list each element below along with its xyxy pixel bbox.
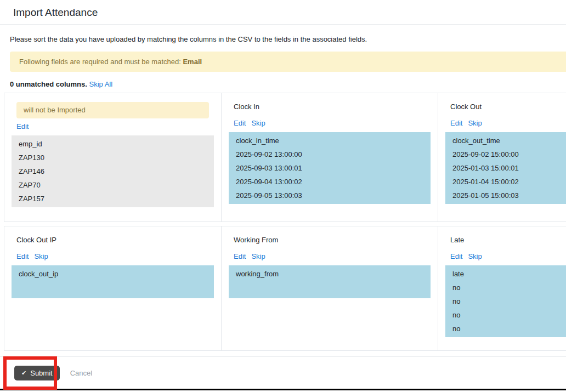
footer: ✔ Submit Cancel [4, 357, 566, 380]
page-header: Import Attendance [0, 0, 566, 25]
edit-link[interactable]: Edit [450, 120, 462, 127]
submit-label: Submit [30, 369, 52, 377]
clock-in-card: Clock InEditSkipclock_in_time2025-09-02 … [221, 93, 438, 221]
skip-link[interactable]: Skip [251, 120, 265, 127]
list-row: late [445, 267, 566, 281]
card-actions: Edit [16, 123, 209, 130]
not-imported-badge: will not be Imported [16, 102, 209, 118]
edit-link[interactable]: Edit [234, 120, 246, 127]
list-row: ZAP157 [12, 192, 214, 206]
mapping-grid-row-1: will not be ImportedEditemp_idZAP130ZAP1… [4, 93, 566, 222]
unmatched-count-text: 0 unmatched columns. [10, 80, 87, 88]
list-row: 2025-09-04 13:00:02 [229, 175, 431, 189]
list-row: clock_in_time [229, 134, 431, 147]
clock-out-card: Clock OutEditSkipclock_out_time2025-09-0… [438, 93, 566, 221]
instructions-text: Please sort the data you have uploaded b… [10, 35, 566, 43]
field-title: Clock Out IP [16, 236, 209, 245]
unmatched-columns-line: 0 unmatched columns. Skip All [10, 80, 566, 88]
list-row: clock_out_ip [12, 267, 214, 281]
submit-button[interactable]: ✔ Submit [14, 366, 60, 380]
list-row: ZAP70 [12, 178, 214, 192]
list-row: emp_id [12, 137, 214, 151]
import-attendance-page: Import Attendance Please sort the data y… [0, 0, 566, 392]
list-row: no [445, 281, 566, 294]
field-title: Late [450, 236, 566, 245]
edit-link[interactable]: Edit [16, 123, 29, 130]
skip-link[interactable]: Skip [251, 253, 265, 260]
skip-link[interactable]: Skip [468, 253, 482, 260]
skip-all-link[interactable]: Skip All [89, 80, 113, 88]
page-title: Import Attendance [13, 6, 553, 19]
list-row: 2025-01-05 15:00:03 [445, 189, 566, 202]
field-title: Clock Out [450, 103, 566, 111]
column-preview-list: emp_idZAP130ZAP146ZAP70ZAP157 [12, 135, 214, 207]
list-row: 2025-09-03 13:00:01 [229, 161, 431, 175]
list-row: 2025-01-04 15:00:02 [445, 175, 566, 189]
list-row: 2025-09-02 15:00:00 [445, 147, 566, 161]
edit-link[interactable]: Edit [16, 253, 29, 260]
alert-text: Following fields are required and must b… [19, 58, 183, 66]
list-row: working_from [229, 267, 431, 281]
required-fields-alert: Following fields are required and must b… [10, 52, 566, 72]
card-actions: EditSkip [234, 253, 426, 260]
list-row: no [445, 294, 566, 308]
list-row: ZAP146 [12, 164, 214, 178]
bottom-black-bar [0, 389, 566, 390]
list-row: no [445, 322, 566, 336]
page-content: Please sort the data you have uploaded b… [0, 35, 566, 380]
mapping-grid-row-2: Clock Out IPEditSkipclock_out_ipWorking … [4, 226, 566, 351]
card-actions: EditSkip [234, 120, 426, 127]
field-title: Working From [234, 236, 426, 245]
column-preview-list: latenononono [445, 265, 566, 337]
late-card: LateEditSkiplatenononono [438, 226, 566, 350]
column-preview-list: clock_out_ip [12, 265, 214, 298]
edit-link[interactable]: Edit [450, 253, 462, 260]
column-preview-list: clock_out_time2025-09-02 15:00:002025-01… [445, 132, 566, 204]
list-row: no [445, 308, 566, 322]
skip-link[interactable]: Skip [468, 120, 482, 127]
column-preview-list: clock_in_time2025-09-02 13:00:002025-09-… [229, 132, 431, 204]
list-row: 2025-01-03 15:00:01 [445, 161, 566, 175]
skip-link[interactable]: Skip [34, 253, 48, 260]
card-actions: EditSkip [16, 253, 209, 260]
card-actions: EditSkip [450, 120, 566, 127]
list-row: 2025-09-05 13:00:03 [229, 189, 431, 202]
card-actions: EditSkip [450, 253, 566, 260]
column-preview-list: working_from [229, 265, 431, 298]
clock-out-ip-card: Clock Out IPEditSkipclock_out_ip [4, 226, 221, 350]
cancel-link[interactable]: Cancel [70, 369, 92, 377]
list-row: ZAP130 [12, 151, 214, 164]
alert-required-field: Email [183, 58, 202, 66]
check-icon: ✔ [21, 370, 26, 376]
not-imported-card: will not be ImportedEditemp_idZAP130ZAP1… [4, 93, 221, 221]
field-title: Clock In [234, 103, 426, 111]
list-row: 2025-09-02 13:00:00 [229, 147, 431, 161]
working-from-card: Working FromEditSkipworking_from [221, 226, 438, 350]
list-row: clock_out_time [445, 134, 566, 147]
edit-link[interactable]: Edit [234, 253, 246, 260]
